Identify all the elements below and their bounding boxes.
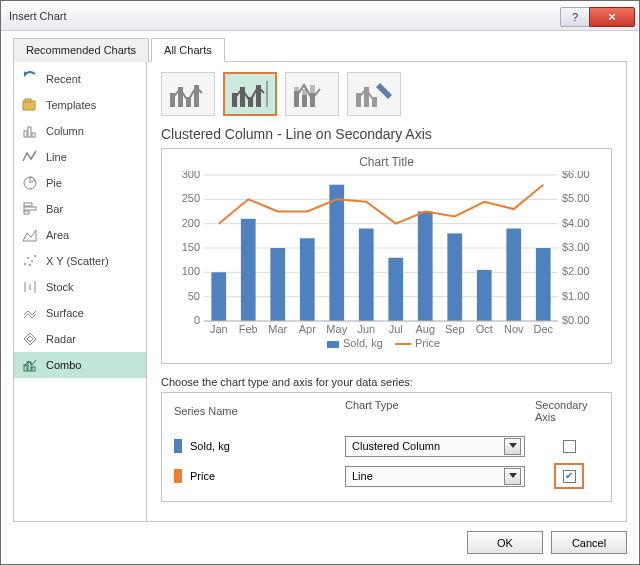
sidebar-item-scatter[interactable]: X Y (Scatter) <box>14 248 146 274</box>
svg-text:Jun: Jun <box>357 323 375 335</box>
svg-rect-67 <box>329 185 344 321</box>
svg-rect-3 <box>24 131 27 137</box>
svg-rect-5 <box>32 133 35 137</box>
combo-subtypes <box>161 72 612 116</box>
sidebar-item-combo[interactable]: Combo <box>14 352 146 378</box>
svg-rect-63 <box>211 272 226 321</box>
sidebar-item-label: Surface <box>46 307 84 319</box>
sidebar-item-recent[interactable]: Recent <box>14 66 146 92</box>
sidebar-item-label: Combo <box>46 359 81 371</box>
svg-text:$1.00: $1.00 <box>562 290 590 302</box>
subtype-3[interactable] <box>285 72 339 116</box>
sidebar-item-area[interactable]: Area <box>14 222 146 248</box>
sidebar-item-surface[interactable]: Surface <box>14 300 146 326</box>
sidebar-item-templates[interactable]: Templates <box>14 92 146 118</box>
tabs: Recommended Charts All Charts <box>13 37 627 62</box>
series-row: Sold, kg Clustered Column <box>170 431 603 461</box>
svg-rect-66 <box>300 238 315 321</box>
svg-marker-19 <box>24 333 36 345</box>
svg-text:Oct: Oct <box>476 323 493 335</box>
svg-point-11 <box>24 263 26 265</box>
svg-text:Mar: Mar <box>268 323 287 335</box>
header-chart-type: Chart Type <box>345 399 535 423</box>
header-series-name: Series Name <box>170 399 345 423</box>
svg-marker-10 <box>23 230 36 241</box>
svg-text:Feb: Feb <box>239 323 258 335</box>
sidebar-item-label: Recent <box>46 73 81 85</box>
ok-button[interactable]: OK <box>467 531 543 554</box>
chart-type-select[interactable]: Line <box>345 466 525 487</box>
sidebar-item-label: Bar <box>46 203 63 215</box>
svg-text:$4.00: $4.00 <box>562 217 590 229</box>
sidebar-item-stock[interactable]: Stock <box>14 274 146 300</box>
svg-text:$6.00: $6.00 <box>562 171 590 180</box>
chart-type-select[interactable]: Clustered Column <box>345 436 525 457</box>
subtype-1[interactable] <box>161 72 215 116</box>
sidebar-item-label: Stock <box>46 281 74 293</box>
svg-rect-4 <box>28 127 31 137</box>
templates-icon <box>22 97 38 113</box>
chart-title: Chart Title <box>168 155 605 169</box>
svg-text:Nov: Nov <box>504 323 524 335</box>
sidebar-item-pie[interactable]: Pie <box>14 170 146 196</box>
radar-icon <box>22 331 38 347</box>
svg-rect-69 <box>388 258 403 321</box>
sidebar-item-radar[interactable]: Radar <box>14 326 146 352</box>
sidebar-item-line[interactable]: Line <box>14 144 146 170</box>
series-row: Price Line <box>170 461 603 491</box>
line-icon <box>22 149 38 165</box>
svg-text:$2.00: $2.00 <box>562 265 590 277</box>
svg-text:Aug: Aug <box>415 323 435 335</box>
svg-text:Dec: Dec <box>533 323 553 335</box>
stock-icon <box>22 279 38 295</box>
svg-rect-64 <box>241 219 256 321</box>
secondary-axis-checkbox[interactable] <box>563 440 576 453</box>
svg-point-14 <box>34 255 36 257</box>
svg-rect-68 <box>359 229 374 321</box>
help-button[interactable]: ? <box>560 7 590 27</box>
svg-rect-73 <box>506 229 521 321</box>
svg-text:Sold, kg: Sold, kg <box>343 337 383 349</box>
series-swatch <box>174 439 182 453</box>
svg-text:Jul: Jul <box>389 323 403 335</box>
sidebar-item-label: Area <box>46 229 69 241</box>
svg-rect-65 <box>270 248 285 321</box>
svg-rect-88 <box>327 341 339 348</box>
svg-rect-2 <box>25 99 31 102</box>
chart-type-value: Line <box>352 470 373 482</box>
sidebar-item-label: Line <box>46 151 67 163</box>
subtype-2-active[interactable] <box>223 72 277 116</box>
svg-point-13 <box>31 260 33 262</box>
svg-text:May: May <box>326 323 347 335</box>
chart-preview: Chart Title 050100150200250300$0.00$1.00… <box>161 148 612 364</box>
svg-rect-7 <box>24 203 32 206</box>
subtype-4-custom[interactable] <box>347 72 401 116</box>
tab-recommended[interactable]: Recommended Charts <box>13 38 149 62</box>
tab-all-charts[interactable]: All Charts <box>151 38 225 62</box>
chart-type-value: Clustered Column <box>352 440 440 452</box>
series-config: Series Name Chart Type Secondary Axis So… <box>161 392 612 502</box>
svg-text:Sep: Sep <box>445 323 465 335</box>
chart-category-sidebar: Recent Templates Column Line Pie Bar Are… <box>14 62 147 521</box>
series-swatch <box>174 469 182 483</box>
combo-chart: 050100150200250300$0.00$1.00$2.00$3.00$4… <box>168 171 596 359</box>
svg-text:$5.00: $5.00 <box>562 192 590 204</box>
svg-rect-70 <box>418 212 433 322</box>
svg-text:$3.00: $3.00 <box>562 241 590 253</box>
svg-text:150: 150 <box>182 241 200 253</box>
svg-point-15 <box>29 264 31 266</box>
svg-text:300: 300 <box>182 171 200 180</box>
sidebar-item-label: Templates <box>46 99 96 111</box>
sidebar-item-bar[interactable]: Bar <box>14 196 146 222</box>
svg-rect-72 <box>477 270 492 321</box>
secondary-axis-checkbox[interactable] <box>563 470 576 483</box>
svg-text:50: 50 <box>188 290 200 302</box>
series-name: Sold, kg <box>190 440 230 452</box>
cancel-button[interactable]: Cancel <box>551 531 627 554</box>
svg-marker-93 <box>509 473 517 478</box>
close-button[interactable]: × <box>589 7 635 27</box>
sidebar-item-column[interactable]: Column <box>14 118 146 144</box>
svg-rect-8 <box>24 207 36 210</box>
titlebar[interactable]: Insert Chart ? × <box>1 1 639 31</box>
sidebar-item-label: Radar <box>46 333 76 345</box>
